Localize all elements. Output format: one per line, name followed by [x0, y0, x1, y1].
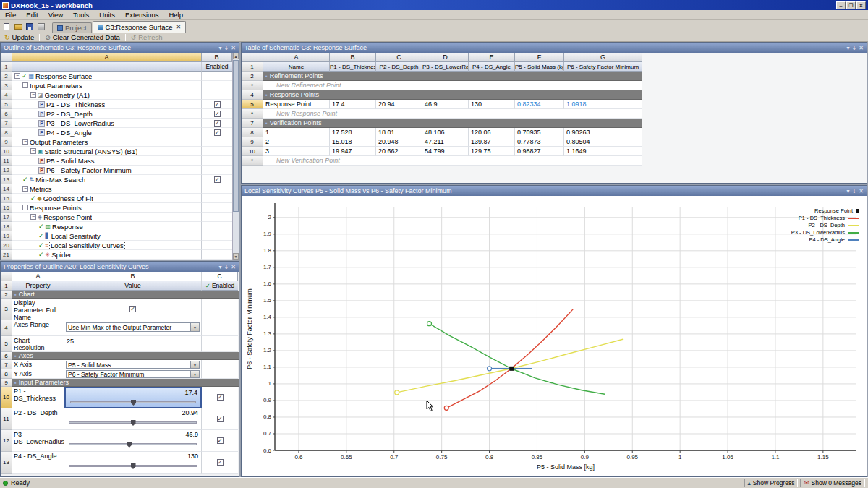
- props-value-cell[interactable]: P6 - Safety Factor Minimum▼: [64, 369, 202, 379]
- table-cell[interactable]: 19.947: [330, 147, 376, 156]
- dropdown-arrow-icon[interactable]: ▼: [190, 371, 199, 377]
- series-start-marker[interactable]: [444, 406, 448, 410]
- menu-file[interactable]: File: [0, 11, 21, 19]
- outline-row[interactable]: 12PP6 - Safety Factor Minimum: [1, 166, 232, 175]
- slider-thumb[interactable]: [131, 463, 136, 469]
- checkbox[interactable]: ✓: [214, 129, 221, 136]
- outline-row[interactable]: 5PP1 - DS_Thickness✓: [1, 100, 232, 109]
- table-cell[interactable]: 0.82334: [515, 100, 564, 109]
- table-cell[interactable]: 2: [263, 137, 330, 147]
- outline-item-label[interactable]: Metrics: [30, 185, 52, 193]
- column-header-b[interactable]: B: [202, 53, 232, 62]
- outline-item-label[interactable]: P1 - DS_Thickness: [46, 100, 105, 108]
- checkbox[interactable]: ✓: [214, 120, 221, 127]
- table-row[interactable]: 5Response Point17.420.9446.91300.823341.…: [242, 100, 867, 109]
- dropdown-arrow-icon[interactable]: ▼: [190, 323, 199, 331]
- properties-panel-titlebar[interactable]: Properties of Outline A20: Local Sensiti…: [1, 262, 239, 272]
- expander-icon[interactable]: −: [22, 139, 28, 145]
- table-cell[interactable]: 1.0918: [564, 100, 642, 109]
- slider-thumb[interactable]: [127, 442, 132, 448]
- chart-panel-titlebar[interactable]: Local Sensitivity Curves P5 - Solid Mass…: [242, 186, 867, 196]
- table-section-row[interactable]: ▪Verification Points: [263, 119, 642, 128]
- legend-item[interactable]: P4 - DS_Angle: [791, 236, 859, 243]
- outline-row[interactable]: 6PP2 - DS_Depth✓: [1, 109, 232, 119]
- props-value-cell[interactable]: Use Min Max of the Output Parameter▼: [64, 320, 202, 336]
- checkbox[interactable]: ✓: [214, 101, 221, 108]
- table-cell[interactable]: 47.211: [422, 137, 469, 147]
- column-header-e[interactable]: E: [469, 53, 515, 62]
- outline-item-label[interactable]: Spider: [51, 251, 71, 259]
- expander-icon[interactable]: −: [22, 186, 28, 192]
- compact-mode-button[interactable]: [36, 22, 46, 32]
- table-cell[interactable]: 15.018: [330, 137, 376, 147]
- checkbox[interactable]: ✓: [217, 437, 224, 444]
- legend-item[interactable]: P2 - DS_Depth: [791, 222, 859, 228]
- outline-item-label[interactable]: Input Parameters: [30, 82, 82, 90]
- column-header-c[interactable]: C: [202, 272, 238, 281]
- props-value-cell[interactable]: 17.4: [64, 387, 202, 408]
- outline-item-label[interactable]: Output Parameters: [30, 138, 88, 146]
- props-section-row[interactable]: ▪Axes: [12, 352, 239, 360]
- outline-item-label[interactable]: P3 - DS_LowerRadius: [46, 119, 114, 127]
- outline-row[interactable]: 17−◈Response Point: [1, 213, 232, 222]
- props-value-cell[interactable]: 20.94: [64, 408, 202, 430]
- outline-scrollbar[interactable]: ▲ ▼: [232, 53, 239, 260]
- table-cell[interactable]: 0.70935: [515, 128, 564, 137]
- dropdown-arrow-icon[interactable]: ▼: [190, 361, 199, 368]
- table-new-row[interactable]: New Verification Point: [263, 156, 642, 166]
- refresh-button[interactable]: ↺ Refresh: [129, 33, 165, 41]
- outline-item-label[interactable]: Response Points: [30, 204, 82, 212]
- table-section-row[interactable]: ▪Refinement Points: [263, 72, 642, 81]
- props-section-row[interactable]: ▪Input Parameters: [12, 379, 239, 387]
- outline-row[interactable]: 3−Input Parameters: [1, 81, 232, 90]
- slider-thumb[interactable]: [131, 420, 136, 426]
- table-new-row[interactable]: New Refinement Point: [263, 81, 642, 90]
- table-cell[interactable]: Response Point: [263, 100, 330, 109]
- column-header-d[interactable]: D: [422, 53, 469, 62]
- table-cell[interactable]: 0.90263: [564, 128, 642, 137]
- panel-close-icon[interactable]: ✕: [859, 188, 864, 194]
- panel-menu-icon[interactable]: ▾: [847, 188, 850, 194]
- props-value-cell[interactable]: ✓: [64, 299, 202, 320]
- open-file-button[interactable]: [13, 22, 23, 32]
- series-start-marker[interactable]: [488, 367, 492, 371]
- slider-track[interactable]: [69, 443, 197, 445]
- slider-thumb[interactable]: [131, 400, 136, 406]
- scroll-down-icon[interactable]: ▼: [233, 253, 239, 260]
- table-cell[interactable]: 46.9: [422, 100, 469, 109]
- table-cell[interactable]: 0.98827: [515, 147, 564, 156]
- slider-track[interactable]: [70, 401, 196, 403]
- series-start-marker[interactable]: [427, 322, 432, 326]
- minimize-icon[interactable]: –: [836, 1, 846, 9]
- outline-item-label[interactable]: P6 - Safety Factor Minimum: [46, 166, 132, 174]
- show-progress-button[interactable]: ▴ Show Progress: [744, 479, 799, 487]
- series-line[interactable]: [397, 339, 623, 393]
- table-panel-titlebar[interactable]: Table of Schematic C3: Response Surface …: [242, 43, 867, 53]
- expander-icon[interactable]: −: [30, 148, 36, 154]
- tab-response-surface[interactable]: C3:Response Surface ✕: [93, 21, 187, 33]
- slider-track[interactable]: [69, 465, 197, 467]
- outline-row[interactable]: 13✓⇅Min-Max Search✓: [1, 175, 232, 184]
- table-cell[interactable]: 3: [263, 147, 330, 156]
- panel-close-icon[interactable]: ✕: [231, 264, 236, 270]
- props-value-cell[interactable]: P5 - Solid Mass▼: [64, 360, 202, 369]
- expander-icon[interactable]: −: [14, 73, 20, 79]
- outline-item-label[interactable]: Response Point: [43, 213, 92, 221]
- outline-row[interactable]: 11PP5 - Solid Mass: [1, 156, 232, 166]
- panel-close-icon[interactable]: ✕: [859, 45, 864, 51]
- maximize-icon[interactable]: ❐: [846, 1, 856, 9]
- checkbox[interactable]: ✓: [214, 176, 221, 183]
- column-header-f[interactable]: F: [515, 53, 564, 62]
- props-dropdown[interactable]: Use Min Max of the Output Parameter▼: [66, 322, 200, 332]
- outline-row[interactable]: 2−✓▦Response Surface: [1, 72, 232, 81]
- menu-view[interactable]: View: [43, 11, 68, 19]
- legend-item[interactable]: Response Point: [791, 207, 859, 214]
- outline-panel-titlebar[interactable]: Outline of Schematic C3: Response Surfac…: [1, 43, 239, 53]
- table-cell[interactable]: 18.01: [376, 128, 422, 137]
- outline-row[interactable]: 7PP3 - DS_LowerRadius✓: [1, 119, 232, 128]
- scrollbar-thumb[interactable]: [233, 60, 239, 212]
- table-row[interactable]: 10319.94720.66254.799129.750.988271.1649: [242, 147, 867, 156]
- close-icon[interactable]: ✕: [856, 1, 866, 9]
- table-cell[interactable]: 0.80504: [564, 137, 642, 147]
- table-cell[interactable]: 48.106: [422, 128, 469, 137]
